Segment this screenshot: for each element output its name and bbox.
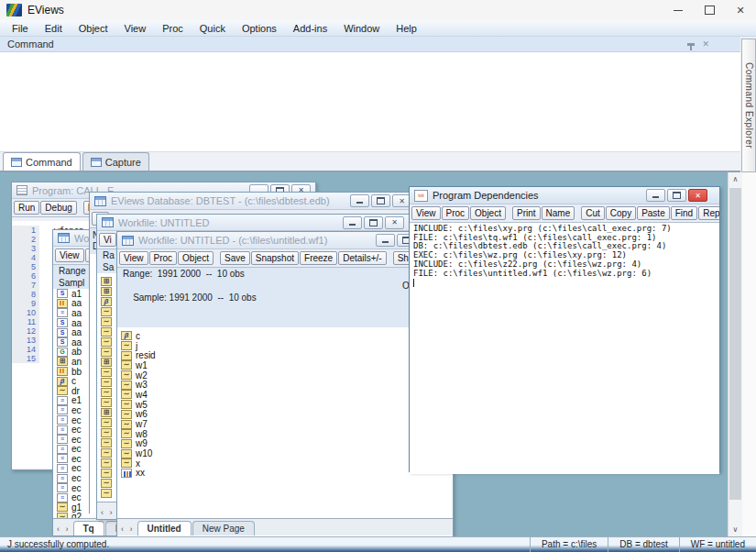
program-dependencies-window[interactable]: txt Program Dependencies ViewProcObject … [409, 186, 720, 472]
maximize-icon[interactable] [364, 216, 383, 229]
object-name: ec [71, 483, 82, 493]
workfile-tq-title: Wo [74, 233, 89, 244]
object-row[interactable]: j [117, 341, 453, 351]
toolbar-button[interactable]: Paste [637, 206, 670, 220]
status-path[interactable]: Path = c:\files [530, 537, 608, 552]
minimize-icon[interactable] [646, 189, 665, 202]
toolbar-button[interactable]: Run [14, 201, 39, 215]
command-pane-tab[interactable]: Capture [82, 152, 149, 171]
toolbar-button[interactable]: Vi [99, 233, 116, 247]
page-scroll-icons[interactable]: ‹ › [117, 524, 137, 535]
menu-item[interactable]: Edit [37, 20, 71, 37]
object-name: ec [71, 463, 82, 473]
toolbar-button[interactable]: Name [542, 206, 575, 220]
object-icon [57, 474, 68, 483]
mdi-vertical-scrollbar[interactable]: ∧ ∨ [728, 172, 742, 536]
scroll-up-icon[interactable]: ∧ [729, 172, 742, 186]
object-icon [57, 483, 68, 492]
object-name: c [136, 331, 140, 341]
status-wf[interactable]: WF = untitled [679, 537, 756, 552]
object-name: w9 [136, 438, 148, 448]
status-db[interactable]: DB = dbtest [608, 537, 679, 552]
toolbar-button[interactable]: Object [178, 251, 214, 265]
toolbar-button[interactable]: View [119, 251, 148, 265]
window-minimize-button[interactable] [663, 1, 694, 20]
object-name: aa [71, 327, 82, 337]
object-row[interactable]: xx [117, 469, 453, 479]
menu-item[interactable]: Add-ins [285, 20, 335, 37]
database-titlebar[interactable]: EViews Database: DBTEST - (c:\files\dbte… [90, 193, 416, 210]
window-close-button[interactable] [725, 1, 756, 20]
minimize-icon[interactable] [343, 216, 362, 229]
close-icon[interactable] [385, 216, 404, 229]
toolbar-button[interactable]: Cut [581, 206, 605, 220]
wf1-page-tabs: ‹ › UntitledNew Page [117, 518, 453, 535]
object-icon [121, 331, 132, 340]
workfile-untitled-titlebar[interactable]: Workfile: UNTITLED [97, 215, 409, 231]
menu-item[interactable]: Proc [154, 20, 192, 37]
object-name: w3 [136, 380, 148, 390]
eviews-logo-icon [6, 4, 22, 17]
toolbar-button[interactable]: View [55, 248, 84, 262]
minimize-icon[interactable] [376, 234, 395, 247]
object-row[interactable]: x [117, 458, 453, 469]
menu-item[interactable]: View [116, 20, 155, 37]
menu-item[interactable]: File [4, 20, 37, 37]
object-row[interactable]: w8 [117, 429, 453, 439]
scrollbar-thumb[interactable] [729, 188, 741, 500]
object-row[interactable]: w4 [117, 390, 453, 400]
database-title: EViews Database: DBTEST - (c:\files\dbte… [111, 195, 330, 206]
toolbar-button[interactable]: Copy [606, 206, 636, 220]
object-icon [121, 458, 132, 468]
object-row[interactable]: w2 [117, 370, 453, 381]
object-row[interactable]: w5 [117, 400, 453, 410]
menu-item[interactable]: Options [234, 20, 285, 37]
command-input-area[interactable] [0, 52, 740, 152]
toolbar-button[interactable]: Freeze [300, 251, 337, 265]
toolbar-button[interactable]: Debug [40, 201, 76, 215]
toolbar-button[interactable]: Print [512, 206, 541, 220]
maximize-icon[interactable] [667, 189, 686, 202]
command-explorer-tab[interactable]: Command Explorer [741, 39, 756, 172]
object-icon [57, 405, 68, 414]
object-row[interactable]: w1 [117, 360, 453, 370]
menu-item[interactable]: Help [388, 20, 425, 37]
pin-icon[interactable] [687, 43, 695, 46]
window-maximize-button[interactable] [694, 1, 725, 20]
close-icon[interactable] [688, 189, 707, 202]
page-tab[interactable]: New Page [192, 521, 255, 535]
toolbar-button[interactable]: Save [220, 251, 250, 265]
workfile-wf1-titlebar[interactable]: Workfile: UNTITLED - (c:\files\untitled.… [117, 232, 453, 249]
object-row[interactable]: w10 [117, 448, 453, 458]
page-tab[interactable]: Untitled [137, 521, 192, 535]
database-icon [94, 196, 106, 206]
program-dependencies-titlebar[interactable]: txt Program Dependencies [410, 187, 719, 204]
object-row[interactable]: w7 [117, 419, 453, 429]
object-row[interactable]: w6 [117, 410, 453, 420]
menu-item[interactable]: Window [335, 20, 388, 37]
close-icon[interactable]: ✕ [702, 40, 709, 49]
object-row[interactable]: w9 [117, 439, 453, 449]
scroll-down-icon[interactable]: ∨ [729, 523, 742, 536]
page-scroll-icons[interactable]: ‹ › [53, 524, 73, 535]
menu-item[interactable]: Quick [192, 20, 234, 37]
toolbar-button[interactable]: Find [671, 206, 697, 220]
object-row[interactable]: c [117, 331, 453, 341]
minimize-icon[interactable] [350, 194, 369, 207]
toolbar-button[interactable]: Details+/- [338, 251, 387, 265]
command-pane-tab[interactable]: Command [3, 152, 81, 171]
toolbar-button[interactable]: Proc [149, 251, 178, 265]
toolbar-button[interactable]: Replace [698, 206, 719, 220]
toolbar-button[interactable]: View [411, 206, 441, 220]
maximize-icon[interactable] [371, 194, 390, 207]
workfile-wf1-window[interactable]: Workfile: UNTITLED - (c:\files\untitled.… [116, 231, 454, 536]
dependencies-text-area[interactable]: INCLUDE: c:\files\xy.prg (c:\files\call_… [410, 223, 719, 474]
page-tab[interactable]: Tq [73, 521, 104, 535]
toolbar-button[interactable]: Object [470, 206, 506, 220]
toolbar-button[interactable]: Snapshot [251, 251, 299, 265]
menu-item[interactable]: Object [71, 20, 116, 37]
page-scroll-icons[interactable]: ‹ › [97, 508, 117, 519]
toolbar-button[interactable]: Proc [442, 206, 470, 220]
object-row[interactable]: w3 [117, 380, 453, 390]
object-row[interactable]: resid [117, 350, 453, 360]
